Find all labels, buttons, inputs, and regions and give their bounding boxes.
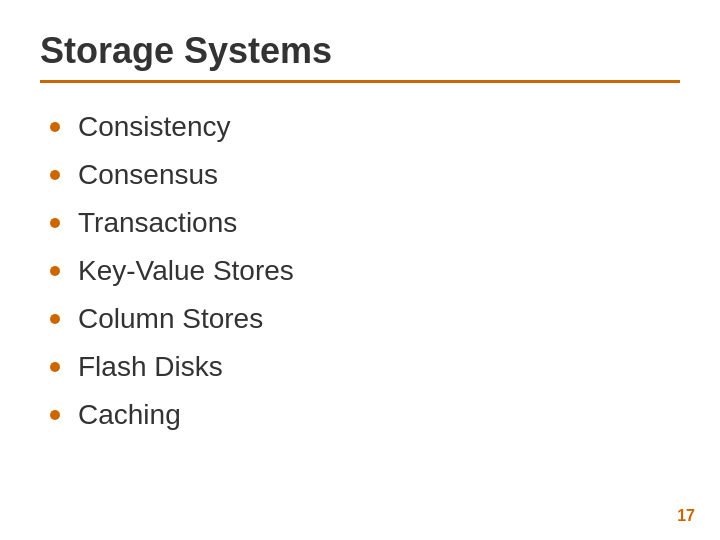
bullet-dot-icon [50,314,60,324]
list-item: Key-Value Stores [40,247,680,295]
bullet-text: Transactions [78,207,237,239]
bullet-text: Flash Disks [78,351,223,383]
slide-title: Storage Systems [40,30,680,72]
bullet-text: Consistency [78,111,231,143]
bullet-text: Column Stores [78,303,263,335]
bullet-dot-icon [50,362,60,372]
list-item: Consensus [40,151,680,199]
list-item: Transactions [40,199,680,247]
bullet-text: Consensus [78,159,218,191]
list-item: Column Stores [40,295,680,343]
bullet-dot-icon [50,410,60,420]
bullet-dot-icon [50,266,60,276]
list-item: Caching [40,391,680,439]
list-item: Flash Disks [40,343,680,391]
bullet-dot-icon [50,122,60,132]
title-divider [40,80,680,83]
title-section: Storage Systems [40,30,680,83]
bullet-text: Caching [78,399,181,431]
list-item: Consistency [40,103,680,151]
bullet-dot-icon [50,218,60,228]
bullet-text: Key-Value Stores [78,255,294,287]
bullet-list: ConsistencyConsensusTransactionsKey-Valu… [40,103,680,439]
slide: Storage Systems ConsistencyConsensusTran… [0,0,720,540]
slide-number: 17 [677,507,695,525]
bullet-dot-icon [50,170,60,180]
